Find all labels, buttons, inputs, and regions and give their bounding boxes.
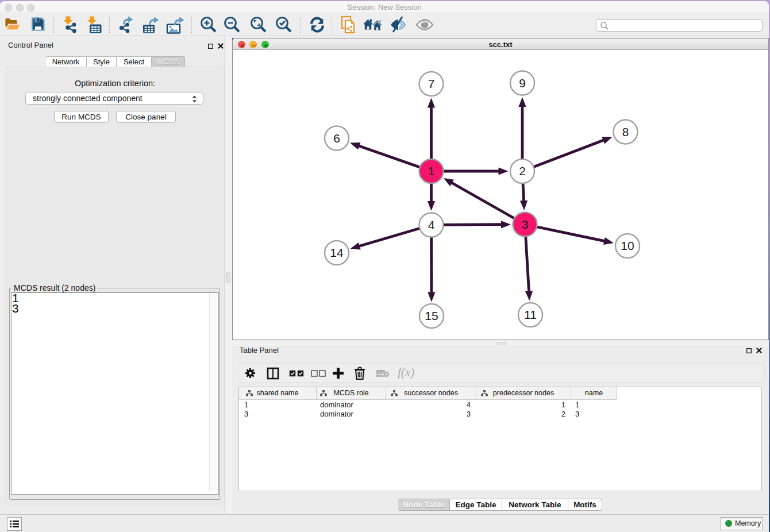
svg-text:9: 9 [519,76,526,90]
svg-text:7: 7 [428,77,435,90]
svg-text:10: 10 [621,239,634,252]
svg-text:1: 1 [428,164,435,178]
svg-text:2: 2 [519,164,526,178]
svg-text:8: 8 [622,125,629,138]
svg-text:6: 6 [333,132,340,145]
svg-text:14: 14 [330,246,344,259]
svg-text:3: 3 [522,218,529,231]
svg-text:4: 4 [428,218,435,232]
svg-text:15: 15 [425,309,438,322]
svg-text:11: 11 [524,308,537,321]
